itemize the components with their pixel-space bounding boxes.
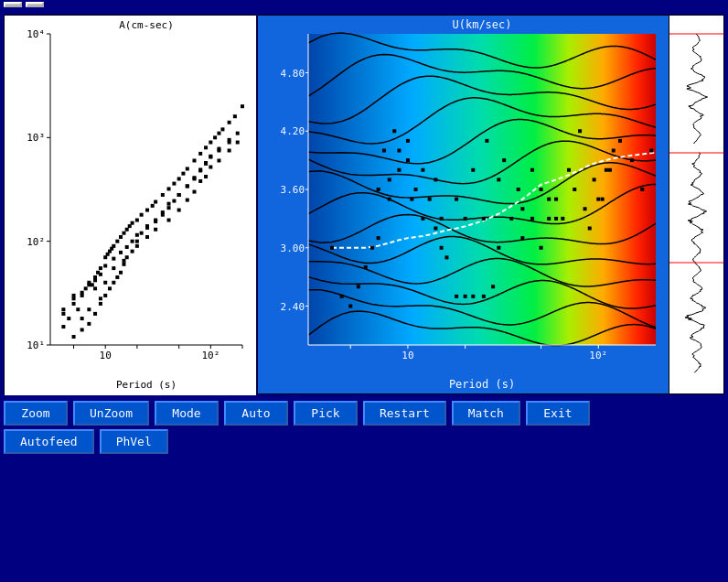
left-chart-panel: [4, 15, 255, 394]
right-chart-panel: [257, 15, 724, 394]
quit-button[interactable]: [26, 2, 44, 7]
zoom-button[interactable]: Zoom: [4, 401, 68, 426]
bottom-buttons-row1: ZoomUnZoomModeAutoPickRestartMatchExit: [0, 397, 728, 427]
top-bar: [0, 0, 728, 9]
match-button[interactable]: Match: [452, 401, 520, 426]
unzoom-button[interactable]: UnZoom: [73, 401, 149, 426]
pick-button[interactable]: Pick: [294, 401, 358, 426]
main-area: [0, 13, 728, 397]
restart-button[interactable]: Restart: [363, 401, 446, 426]
phvel-button[interactable]: PhVel: [100, 429, 168, 454]
autofeed-button[interactable]: Autofeed: [4, 429, 94, 454]
waveform-panel: [669, 16, 723, 393]
mode-button[interactable]: Mode: [155, 401, 219, 426]
bottom-buttons-row2: AutofeedPhVel: [0, 427, 728, 456]
next-button[interactable]: [4, 2, 22, 7]
exit-button[interactable]: Exit: [526, 401, 590, 426]
auto-button[interactable]: Auto: [224, 401, 288, 426]
